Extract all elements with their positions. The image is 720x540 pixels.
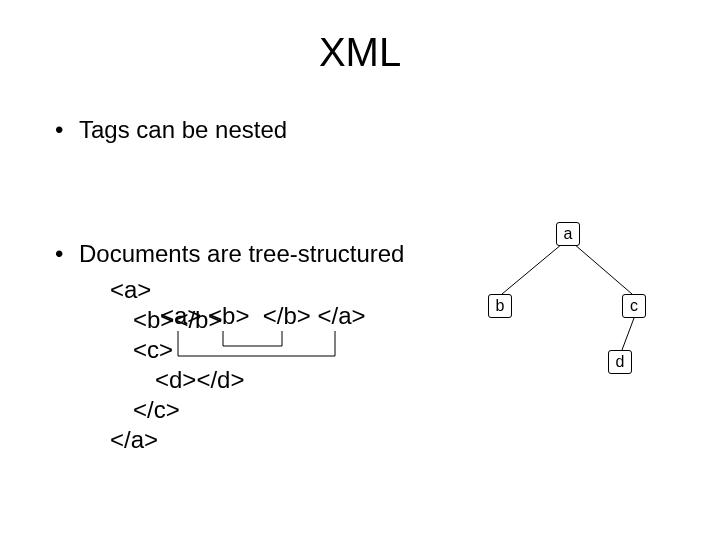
bullet-item-2: • Documents are tree-structured bbox=[55, 239, 404, 269]
bullet-dot: • bbox=[55, 239, 79, 269]
slide-title: XML bbox=[0, 30, 720, 75]
bullet-list: • Tags can be nested <a> <b> </b> </a> •… bbox=[55, 115, 404, 455]
tree-diagram: a b c d bbox=[460, 220, 670, 430]
bracket-icon bbox=[160, 301, 390, 361]
tree-edges-icon bbox=[460, 220, 670, 430]
slide: XML • Tags can be nested <a> <b> </b> </… bbox=[0, 0, 720, 540]
nesting-diagram: <a> <b> </b> </a> bbox=[55, 151, 404, 213]
code-line-6: </a> bbox=[110, 425, 404, 455]
code-line-5: </c> bbox=[133, 395, 404, 425]
bullet-item-1: • Tags can be nested bbox=[55, 115, 404, 145]
bullet-dot: • bbox=[55, 115, 79, 145]
bullet-2-text: Documents are tree-structured bbox=[79, 239, 404, 269]
bullet-1-text: Tags can be nested bbox=[79, 115, 287, 145]
svg-line-2 bbox=[622, 318, 634, 350]
tree-node-b: b bbox=[488, 294, 512, 318]
code-line-4: <d></d> bbox=[155, 365, 404, 395]
tree-node-a: a bbox=[556, 222, 580, 246]
tree-node-d: d bbox=[608, 350, 632, 374]
svg-line-1 bbox=[574, 244, 632, 294]
tree-node-c: c bbox=[622, 294, 646, 318]
svg-line-0 bbox=[502, 244, 562, 294]
